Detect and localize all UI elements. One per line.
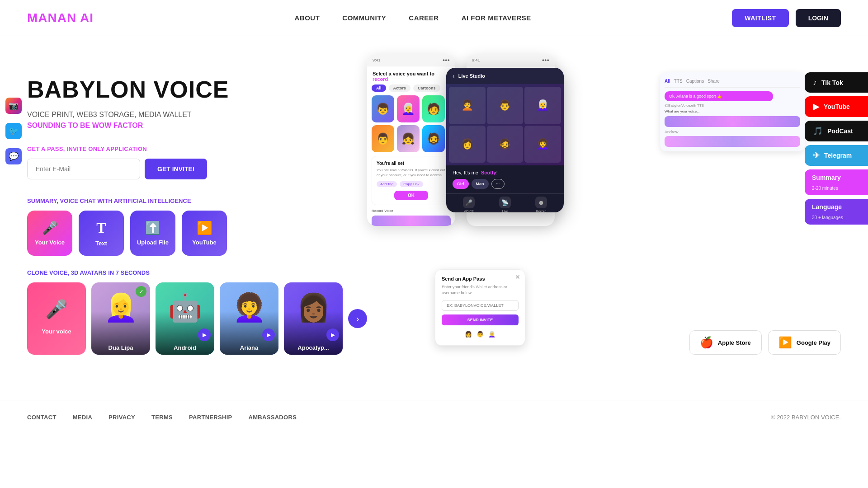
apocalyp-label: Apocalyp... <box>294 341 332 355</box>
text-label: Text <box>95 240 107 247</box>
live-studio-title: Live Studio <box>458 73 485 79</box>
chat-tabs: All TTS Captions Share <box>665 77 800 88</box>
footer-privacy[interactable]: PRIVACY <box>108 414 135 421</box>
add-tag-btn[interactable]: Add Tag <box>377 181 397 187</box>
ls-tool-voice[interactable]: 🎤 VOICE <box>463 197 475 212</box>
invite-label: GET A PASS, INVITE ONLY APPLICATION <box>27 145 367 152</box>
chat-tab-all[interactable]: All <box>665 79 670 84</box>
waitlist-button[interactable]: WAITLIST <box>732 9 788 27</box>
back-icon[interactable]: ‹ <box>453 72 455 80</box>
record-tool-label: Record <box>536 210 547 212</box>
send-pass-desc: Enter your friend's Wallet address or us… <box>442 284 519 296</box>
dialog-ok-button[interactable]: OK <box>394 191 428 200</box>
chat-tab-tts[interactable]: TTS <box>674 79 683 84</box>
filter-cartoons[interactable]: Cartoons <box>413 84 440 92</box>
filter-all[interactable]: All <box>372 84 386 92</box>
your-voice-card: 🎤 Your voice <box>27 282 86 355</box>
nav-career[interactable]: CAREER <box>409 14 439 22</box>
send-invite-button[interactable]: SEND INVITE <box>442 314 519 325</box>
play-icon-ariana[interactable]: ▶ <box>262 328 275 341</box>
apocalyp-card[interactable]: 👩🏾 ▶ Apocalyp... <box>284 282 343 355</box>
avatar-grid-1[interactable]: 👦 <box>372 95 394 122</box>
footer-terms[interactable]: TERMS <box>151 414 173 421</box>
ls-girl-button[interactable]: Girl <box>453 179 469 189</box>
language-pill[interactable]: Language 30 + languages <box>805 199 868 225</box>
record-voice-row: Record Voice <box>372 209 451 213</box>
footer-media[interactable]: MEDIA <box>73 414 92 421</box>
ls-man-button[interactable]: Man <box>472 179 489 189</box>
get-invite-button[interactable]: GET INVITE! <box>145 159 207 179</box>
youtube-pill[interactable]: ▶ YouTube <box>805 96 868 117</box>
language-label-main: Language <box>812 203 842 211</box>
telegram-pill[interactable]: ✈ Telegram <box>805 145 868 166</box>
ariana-card[interactable]: 👩‍🦱 ▶ Ariana <box>220 282 278 355</box>
phone-left-title: Select a voice you want to record <box>367 66 455 84</box>
apocalyp-emoji: 👩🏾 <box>297 291 330 324</box>
apple-store-button[interactable]: 🍎 Apple Store <box>689 330 762 355</box>
phone-left-card: 9:41 ●●● Select a voice you want to reco… <box>367 54 455 226</box>
text-icon: T <box>96 220 106 236</box>
clone-avatars: 🎤 Your voice 👱‍♀️ ✓ Dua Lipa 🤖 ▶ Android… <box>27 282 367 355</box>
ls-tool-live[interactable]: 📡 Live <box>499 197 511 212</box>
upload-button[interactable]: ⬆️ Upload File <box>130 211 175 256</box>
google-play-button[interactable]: ▶️ Google Play <box>768 330 841 355</box>
youtube-play-icon: ▶️ <box>197 221 212 235</box>
next-avatar-button[interactable]: › <box>348 309 367 328</box>
ls-tool-record[interactable]: ⏺ Record <box>535 197 547 212</box>
filter-actors[interactable]: Actors <box>389 84 411 92</box>
chat-tab-captions[interactable]: Captions <box>686 79 704 84</box>
sp-av-1: 👩 <box>463 329 473 339</box>
twitter-icon[interactable]: 🐦 <box>5 123 22 139</box>
nav-community[interactable]: COMMUNITY <box>342 14 386 22</box>
android-card[interactable]: 🤖 ▶ Android <box>156 282 214 355</box>
wallet-input[interactable] <box>442 300 519 311</box>
live-studio-header: ‹ Live Studio <box>446 68 564 84</box>
clone-label: CLONE VOICE, 3D AVATARS IN 7 SECONDS <box>27 269 367 276</box>
left-social-bar: 📷 🐦 💬 <box>0 90 27 172</box>
dialog-ok-row: OK <box>377 191 446 200</box>
phone-left-filters: All Actors Cartoons <box>367 84 455 95</box>
tiktok-pill[interactable]: ♪ Tik Tok <box>805 72 868 93</box>
dua-lipa-label: Dua Lipa <box>105 341 137 355</box>
dua-lipa-card[interactable]: 👱‍♀️ ✓ Dua Lipa <box>91 282 150 355</box>
footer-ambassadors[interactable]: AMBASSADORS <box>249 414 297 421</box>
send-app-pass-card: ✕ Send an App Pass Enter your friend's W… <box>435 269 525 346</box>
login-button[interactable]: LOGIN <box>796 9 841 27</box>
chat-overlay: All TTS Captions Share Ok, Ariana is a g… <box>660 72 805 151</box>
avatar-grid-2[interactable]: 👩‍🦳 <box>397 95 420 122</box>
avatar-grid-6[interactable]: 🧔 <box>422 125 445 152</box>
footer-partnership[interactable]: PARTNERSHIP <box>189 414 232 421</box>
phone-left-avatar-grid: 👦 👩‍🦳 🧑 👨 👧 🧔 <box>367 95 455 152</box>
your-voice-button[interactable]: 🎤 Your Voice <box>27 211 72 256</box>
summary-pill[interactable]: Summary 2-20 minutes <box>805 169 868 195</box>
nav-metaverse[interactable]: AI FOR METAVERSE <box>462 14 531 22</box>
instagram-icon[interactable]: 📷 <box>5 98 22 114</box>
play-icon-apocalyp[interactable]: ▶ <box>326 328 339 341</box>
phone-left-status: 9:41 ●●● <box>367 54 455 66</box>
email-input[interactable] <box>27 159 140 179</box>
discord-icon[interactable]: 💬 <box>5 148 22 164</box>
mic-icon: 🎤 <box>45 299 68 320</box>
footer-contact[interactable]: CONTACT <box>27 414 57 421</box>
chat-tab-share[interactable]: Share <box>708 79 720 84</box>
waveform-2 <box>665 136 800 147</box>
youtube-feat-label: YouTube <box>192 239 217 246</box>
close-icon[interactable]: ✕ <box>515 273 520 281</box>
hero-tagline: SOUNDING TO BE WOW FACTOR <box>27 122 367 130</box>
live-tool-label: Live <box>502 210 508 212</box>
android-label: Android <box>170 341 200 355</box>
play-icon-android[interactable]: ▶ <box>198 328 211 341</box>
avatar-grid-3[interactable]: 🧑 <box>422 95 445 122</box>
nav-about[interactable]: ABOUT <box>294 14 320 22</box>
text-button[interactable]: T Text <box>79 211 124 256</box>
copy-link-btn[interactable]: Copy Link <box>400 181 423 187</box>
youtube-button[interactable]: ▶️ YouTube <box>182 211 227 256</box>
avatar-grid-5[interactable]: 👧 <box>397 125 420 152</box>
ls-more-button[interactable]: ··· <box>491 179 505 189</box>
live-studio-bottom: Hey, It's me, Scotty! Girl Man ··· <box>446 165 564 193</box>
avatar-grid-4[interactable]: 👨 <box>372 125 394 152</box>
ls-toolbar: 🎤 VOICE 📡 Live ⏺ Record <box>446 193 564 212</box>
ls-cell-3: 👩‍🦳 <box>524 87 561 124</box>
podcast-pill[interactable]: 🎵 PodCast <box>805 121 868 141</box>
ariana-emoji: 👩‍🦱 <box>232 291 266 324</box>
